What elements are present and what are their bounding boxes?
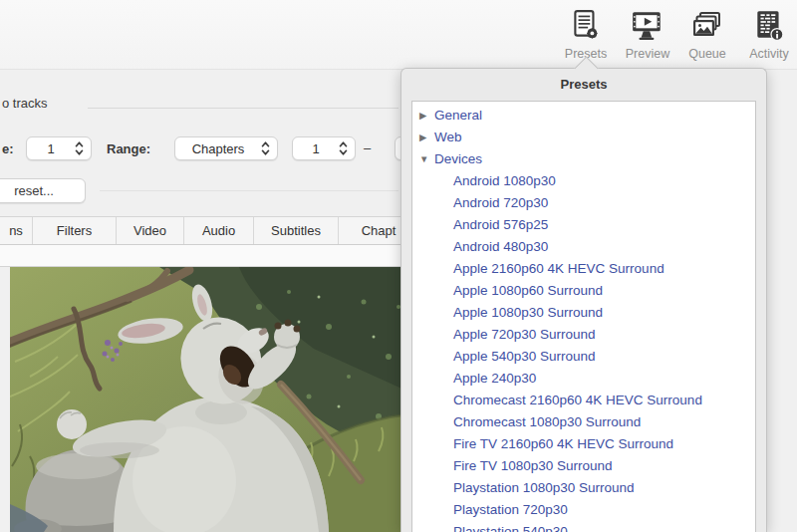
- preset-item[interactable]: Apple 1080p60 Surround: [412, 279, 755, 301]
- tab-dimensions[interactable]: ns: [0, 217, 33, 244]
- preview-toolbar-button[interactable]: Preview: [618, 7, 677, 67]
- video-preview: [10, 267, 408, 532]
- preset-label: Apple 540p30 Surround: [453, 349, 596, 364]
- preset-label: Apple 1080p60 Surround: [453, 283, 603, 298]
- stepper-icon: [261, 140, 270, 156]
- preset-group-devices[interactable]: ▼ Devices: [412, 147, 755, 169]
- preset-item[interactable]: Android 1080p30: [412, 169, 755, 191]
- preset-label: General: [434, 108, 482, 123]
- preset-label: Devices: [434, 151, 482, 166]
- preset-label: Chromecast 1080p30 Surround: [453, 414, 641, 429]
- toolbar-label: Queue: [688, 47, 726, 61]
- preset-item[interactable]: Apple 720p30 Surround: [412, 323, 755, 345]
- preset-item[interactable]: Playstation 1080p30 Surround: [412, 476, 755, 498]
- range-separator: –: [364, 140, 371, 155]
- preset-save-button[interactable]: reset...: [0, 178, 86, 203]
- preview-icon: [631, 7, 664, 45]
- activity-toolbar-button[interactable]: Activity: [741, 7, 797, 67]
- angle-value: 1: [27, 141, 75, 156]
- toolbar-label: Preview: [626, 47, 669, 61]
- section-divider: [88, 108, 398, 109]
- preset-label: Fire TV 2160p60 4K HEVC Surround: [453, 436, 673, 451]
- preset-item[interactable]: Apple 540p30 Surround: [412, 345, 755, 367]
- preset-item[interactable]: Playstation 720p30: [412, 498, 755, 520]
- preset-item[interactable]: Android 720p30: [412, 191, 755, 213]
- preset-item[interactable]: Playstation 540p30: [412, 520, 755, 532]
- tracks-label: o tracks: [2, 96, 48, 111]
- toolbar: Presets Preview: [0, 0, 797, 70]
- tab-bar: ns Filters Video Audio Subtitles Chapt: [0, 216, 418, 245]
- preset-item[interactable]: Fire TV 2160p60 4K HEVC Surround: [412, 432, 755, 454]
- tab-subtitles[interactable]: Subtitles: [254, 217, 339, 244]
- range-start-select[interactable]: 1: [292, 136, 356, 160]
- preset-label: Chromecast 2160p60 4K HEVC Surround: [453, 393, 702, 407]
- preset-label: Playstation 720p30: [453, 502, 568, 517]
- range-label: Range:: [107, 141, 150, 156]
- preset-item[interactable]: Apple 240p30: [412, 367, 755, 389]
- preset-item[interactable]: Chromecast 2160p60 4K HEVC Surround: [412, 389, 755, 410]
- preset-label: Apple 1080p30 Surround: [453, 305, 603, 320]
- preset-group-general[interactable]: ▶ General: [412, 104, 755, 126]
- preset-label: Web: [434, 130, 462, 144]
- preset-item[interactable]: Apple 1080p30 Surround: [412, 301, 755, 323]
- popover-title: Presets: [401, 69, 766, 101]
- preset-label: Playstation 1080p30 Surround: [453, 480, 635, 495]
- tab-video[interactable]: Video: [117, 217, 184, 244]
- stepper-icon: [75, 140, 84, 156]
- chapters-select-value: Chapters: [175, 141, 261, 156]
- preset-item[interactable]: Android 576p25: [412, 213, 755, 235]
- tab-filters[interactable]: Filters: [33, 217, 117, 244]
- bunny-illustration: [10, 267, 408, 532]
- toolbar-label: Activity: [749, 47, 789, 61]
- preset-list: ▶ General ▶ Web ▼ Devices Android 1080p3…: [411, 101, 756, 532]
- preset-label: Fire TV 1080p30 Surround: [453, 458, 613, 473]
- preset-item[interactable]: Fire TV 1080p30 Surround: [412, 454, 755, 476]
- angle-label: e:: [2, 141, 14, 156]
- preset-label: Android 576p25: [453, 217, 548, 232]
- preset-label: Android 1080p30: [453, 173, 556, 188]
- preset-item[interactable]: Apple 2160p60 4K HEVC Surround: [412, 257, 755, 279]
- preset-item[interactable]: Chromecast 1080p30 Surround: [412, 410, 755, 432]
- range-start-value: 1: [293, 141, 339, 156]
- panel-strip: [0, 245, 418, 267]
- disclosure-triangle-icon[interactable]: ▼: [419, 153, 434, 164]
- presets-icon: [571, 7, 601, 45]
- preset-item[interactable]: Android 480p30: [412, 235, 755, 257]
- angle-stepper[interactable]: 1: [26, 136, 92, 160]
- queue-icon: [691, 7, 723, 45]
- section-divider: [100, 190, 398, 191]
- presets-popover: Presets ▶ General ▶ Web ▼ Devices Androi…: [400, 68, 767, 532]
- disclosure-triangle-icon[interactable]: ▶: [419, 110, 434, 121]
- handbrake-window: Presets Preview: [0, 0, 797, 532]
- activity-icon: [754, 7, 784, 45]
- preset-label: Playstation 540p30: [453, 524, 568, 532]
- tab-audio[interactable]: Audio: [184, 217, 254, 244]
- preset-group-web[interactable]: ▶ Web: [412, 126, 755, 147]
- chapters-select[interactable]: Chapters: [174, 136, 278, 160]
- stepper-icon: [339, 140, 348, 156]
- preset-label: Android 720p30: [453, 195, 548, 210]
- preset-label: Android 480p30: [453, 239, 548, 254]
- preset-label: Apple 2160p60 4K HEVC Surround: [453, 261, 664, 276]
- disclosure-triangle-icon[interactable]: ▶: [419, 132, 434, 142]
- preset-label: Apple 720p30 Surround: [453, 327, 596, 342]
- queue-toolbar-button[interactable]: Queue: [681, 7, 733, 67]
- preset-label: Apple 240p30: [453, 371, 536, 386]
